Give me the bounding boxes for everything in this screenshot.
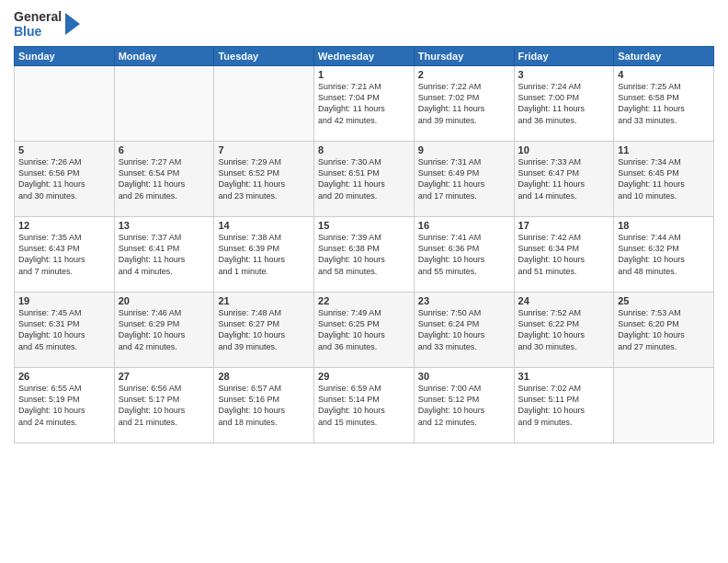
day-info: Sunrise: 7:29 AM Sunset: 6:52 PM Dayligh… xyxy=(218,156,310,201)
day-info: Sunrise: 7:27 AM Sunset: 6:54 PM Dayligh… xyxy=(119,156,210,201)
day-number: 11 xyxy=(618,144,710,155)
calendar-table: SundayMondayTuesdayWednesdayThursdayFrid… xyxy=(14,46,714,443)
day-number: 27 xyxy=(119,371,210,382)
calendar-cell: 10Sunrise: 7:33 AM Sunset: 6:47 PM Dayli… xyxy=(514,142,614,217)
day-info: Sunrise: 7:26 AM Sunset: 6:56 PM Dayligh… xyxy=(18,156,110,201)
calendar-week-row: 1Sunrise: 7:21 AM Sunset: 7:04 PM Daylig… xyxy=(15,66,714,142)
calendar-header-row: SundayMondayTuesdayWednesdayThursdayFrid… xyxy=(15,47,714,66)
calendar-cell: 14Sunrise: 7:38 AM Sunset: 6:39 PM Dayli… xyxy=(214,217,314,293)
day-info: Sunrise: 7:46 AM Sunset: 6:29 PM Dayligh… xyxy=(119,307,210,352)
day-number: 15 xyxy=(318,220,410,231)
calendar-cell: 26Sunrise: 6:55 AM Sunset: 5:19 PM Dayli… xyxy=(15,368,115,443)
calendar-cell: 19Sunrise: 7:45 AM Sunset: 6:31 PM Dayli… xyxy=(15,293,115,368)
day-info: Sunrise: 7:50 AM Sunset: 6:24 PM Dayligh… xyxy=(418,307,510,352)
day-number: 9 xyxy=(418,144,510,155)
day-info: Sunrise: 6:57 AM Sunset: 5:16 PM Dayligh… xyxy=(218,383,310,428)
day-number: 8 xyxy=(318,144,410,155)
day-info: Sunrise: 6:55 AM Sunset: 5:19 PM Dayligh… xyxy=(18,383,110,428)
day-info: Sunrise: 7:44 AM Sunset: 6:32 PM Dayligh… xyxy=(618,232,710,277)
logo-general-text: General xyxy=(14,9,62,24)
day-info: Sunrise: 7:52 AM Sunset: 6:22 PM Dayligh… xyxy=(518,307,610,352)
calendar-cell: 15Sunrise: 7:39 AM Sunset: 6:38 PM Dayli… xyxy=(314,217,415,293)
calendar-cell xyxy=(614,368,714,443)
day-info: Sunrise: 7:35 AM Sunset: 6:43 PM Dayligh… xyxy=(18,232,110,277)
day-number: 4 xyxy=(618,69,710,80)
day-number: 12 xyxy=(18,220,110,231)
calendar-cell: 9Sunrise: 7:31 AM Sunset: 6:49 PM Daylig… xyxy=(414,142,514,217)
calendar-cell: 30Sunrise: 7:00 AM Sunset: 5:12 PM Dayli… xyxy=(414,368,514,443)
day-number: 10 xyxy=(518,144,610,155)
day-header-saturday: Saturday xyxy=(614,47,714,66)
calendar-cell: 18Sunrise: 7:44 AM Sunset: 6:32 PM Dayli… xyxy=(614,217,714,293)
calendar-cell: 13Sunrise: 7:37 AM Sunset: 6:41 PM Dayli… xyxy=(114,217,214,293)
logo-chevron-icon xyxy=(63,11,84,37)
day-info: Sunrise: 7:22 AM Sunset: 7:02 PM Dayligh… xyxy=(418,81,510,126)
day-number: 6 xyxy=(119,144,210,155)
day-info: Sunrise: 7:45 AM Sunset: 6:31 PM Dayligh… xyxy=(18,307,110,352)
day-number: 20 xyxy=(119,295,210,306)
day-number: 21 xyxy=(218,295,310,306)
day-number: 22 xyxy=(318,295,410,306)
calendar-cell: 5Sunrise: 7:26 AM Sunset: 6:56 PM Daylig… xyxy=(15,142,115,217)
day-info: Sunrise: 6:56 AM Sunset: 5:17 PM Dayligh… xyxy=(119,383,210,428)
day-info: Sunrise: 7:21 AM Sunset: 7:04 PM Dayligh… xyxy=(318,81,410,126)
calendar-cell: 3Sunrise: 7:24 AM Sunset: 7:00 PM Daylig… xyxy=(514,66,614,142)
day-number: 7 xyxy=(218,144,310,155)
day-info: Sunrise: 7:33 AM Sunset: 6:47 PM Dayligh… xyxy=(518,156,610,201)
calendar-cell: 6Sunrise: 7:27 AM Sunset: 6:54 PM Daylig… xyxy=(114,142,214,217)
calendar-cell: 16Sunrise: 7:41 AM Sunset: 6:36 PM Dayli… xyxy=(414,217,514,293)
calendar-cell xyxy=(214,66,314,142)
svg-marker-0 xyxy=(65,13,80,35)
day-info: Sunrise: 7:38 AM Sunset: 6:39 PM Dayligh… xyxy=(218,232,310,277)
day-info: Sunrise: 7:49 AM Sunset: 6:25 PM Dayligh… xyxy=(318,307,410,352)
day-number: 1 xyxy=(318,69,410,80)
day-header-tuesday: Tuesday xyxy=(214,47,314,66)
calendar-cell: 8Sunrise: 7:30 AM Sunset: 6:51 PM Daylig… xyxy=(314,142,415,217)
calendar-cell: 11Sunrise: 7:34 AM Sunset: 6:45 PM Dayli… xyxy=(614,142,714,217)
calendar-week-row: 5Sunrise: 7:26 AM Sunset: 6:56 PM Daylig… xyxy=(15,142,714,217)
calendar-week-row: 12Sunrise: 7:35 AM Sunset: 6:43 PM Dayli… xyxy=(15,217,714,293)
day-info: Sunrise: 7:25 AM Sunset: 6:58 PM Dayligh… xyxy=(618,81,710,126)
calendar-cell: 1Sunrise: 7:21 AM Sunset: 7:04 PM Daylig… xyxy=(314,66,415,142)
day-number: 26 xyxy=(18,371,110,382)
calendar-cell xyxy=(114,66,214,142)
day-info: Sunrise: 7:48 AM Sunset: 6:27 PM Dayligh… xyxy=(218,307,310,352)
day-number: 23 xyxy=(418,295,510,306)
calendar-cell: 7Sunrise: 7:29 AM Sunset: 6:52 PM Daylig… xyxy=(214,142,314,217)
day-header-monday: Monday xyxy=(114,47,214,66)
calendar-week-row: 19Sunrise: 7:45 AM Sunset: 6:31 PM Dayli… xyxy=(15,293,714,368)
day-info: Sunrise: 7:31 AM Sunset: 6:49 PM Dayligh… xyxy=(418,156,510,201)
calendar-cell: 24Sunrise: 7:52 AM Sunset: 6:22 PM Dayli… xyxy=(514,293,614,368)
calendar-cell: 17Sunrise: 7:42 AM Sunset: 6:34 PM Dayli… xyxy=(514,217,614,293)
day-number: 2 xyxy=(418,69,510,80)
page-header: General Blue xyxy=(14,9,714,39)
calendar-cell: 21Sunrise: 7:48 AM Sunset: 6:27 PM Dayli… xyxy=(214,293,314,368)
day-header-friday: Friday xyxy=(514,47,614,66)
day-header-thursday: Thursday xyxy=(414,47,514,66)
day-info: Sunrise: 7:53 AM Sunset: 6:20 PM Dayligh… xyxy=(618,307,710,352)
day-number: 31 xyxy=(518,371,610,382)
calendar-cell: 12Sunrise: 7:35 AM Sunset: 6:43 PM Dayli… xyxy=(15,217,115,293)
calendar-cell: 23Sunrise: 7:50 AM Sunset: 6:24 PM Dayli… xyxy=(414,293,514,368)
calendar-cell: 27Sunrise: 6:56 AM Sunset: 5:17 PM Dayli… xyxy=(114,368,214,443)
day-info: Sunrise: 7:39 AM Sunset: 6:38 PM Dayligh… xyxy=(318,232,410,277)
day-header-sunday: Sunday xyxy=(15,47,115,66)
day-number: 3 xyxy=(518,69,610,80)
day-number: 24 xyxy=(518,295,610,306)
day-info: Sunrise: 7:37 AM Sunset: 6:41 PM Dayligh… xyxy=(119,232,210,277)
calendar-cell: 20Sunrise: 7:46 AM Sunset: 6:29 PM Dayli… xyxy=(114,293,214,368)
calendar-week-row: 26Sunrise: 6:55 AM Sunset: 5:19 PM Dayli… xyxy=(15,368,714,443)
day-header-wednesday: Wednesday xyxy=(314,47,415,66)
day-number: 19 xyxy=(18,295,110,306)
day-info: Sunrise: 7:02 AM Sunset: 5:11 PM Dayligh… xyxy=(518,383,610,428)
day-info: Sunrise: 7:34 AM Sunset: 6:45 PM Dayligh… xyxy=(618,156,710,201)
day-number: 5 xyxy=(18,144,110,155)
day-info: Sunrise: 7:41 AM Sunset: 6:36 PM Dayligh… xyxy=(418,232,510,277)
calendar-cell: 25Sunrise: 7:53 AM Sunset: 6:20 PM Dayli… xyxy=(614,293,714,368)
calendar-cell: 22Sunrise: 7:49 AM Sunset: 6:25 PM Dayli… xyxy=(314,293,415,368)
day-number: 30 xyxy=(418,371,510,382)
calendar-cell: 2Sunrise: 7:22 AM Sunset: 7:02 PM Daylig… xyxy=(414,66,514,142)
day-info: Sunrise: 7:24 AM Sunset: 7:00 PM Dayligh… xyxy=(518,81,610,126)
calendar-cell xyxy=(15,66,115,142)
day-number: 17 xyxy=(518,220,610,231)
